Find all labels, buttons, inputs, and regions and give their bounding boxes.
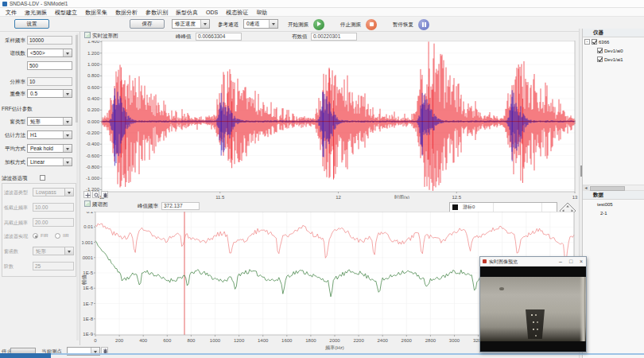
menu-bar: 文件激光测振模型建立数据采集数据分析参数识别振型仿真ODS模态验证帮助 (0, 8, 644, 17)
checkbox-checked-icon[interactable] (597, 56, 603, 62)
svg-text:3000: 3000 (449, 338, 460, 343)
svg-text:800: 800 (187, 338, 196, 343)
correction-speed-combo[interactable]: 修正速度 (172, 19, 210, 29)
low-cutoff-field[interactable]: 10.00 (33, 203, 74, 212)
application-window: SNDAS-LDV - SNModel1 文件激光测振模型建立数据采集数据分析参… (0, 0, 644, 358)
svg-text:-1.000: -1.000 (86, 176, 100, 181)
camera-maximize-button[interactable]: □ (566, 258, 576, 266)
svg-text:200: 200 (115, 338, 124, 343)
overlap-label: 重叠率 (0, 91, 25, 98)
waveform-plot-toolbar (83, 191, 108, 198)
svg-text:600: 600 (163, 338, 172, 343)
svg-text:1E-6: 1E-6 (83, 286, 93, 290)
save-button[interactable]: 保存 (130, 19, 165, 29)
cursor-color-swatch[interactable] (452, 204, 458, 210)
filter-order-field[interactable]: 25 (33, 262, 74, 270)
waveform-tab-icon (84, 32, 91, 38)
tab-spectrum[interactable]: 频谱图 (84, 200, 108, 209)
iir-radio-label: IIR (63, 233, 69, 238)
start-acquisition-button[interactable] (313, 19, 324, 30)
filter-impl-label: 滤波器实现 (4, 233, 33, 240)
cursor-name: 游标0 (460, 203, 494, 212)
resolution-label: 分辨率 (0, 79, 25, 86)
hand-tool-icon[interactable] (101, 191, 108, 198)
legend-spacer-2 (542, 203, 557, 212)
instrument-tree: -6366Dev1/ai0Dev1/ai1 (583, 37, 644, 64)
average-mode-combo[interactable]: Peak hold (27, 144, 72, 153)
ref-channel-combo[interactable]: 0通道 (243, 19, 278, 29)
pause-resume-button[interactable] (418, 19, 429, 30)
zoom-tool-icon[interactable] (92, 191, 99, 198)
app-icon (2, 2, 7, 6)
data-panel-header: 数据 (583, 191, 644, 200)
settings-button[interactable]: 设置 (14, 19, 49, 29)
camera-window-icon (483, 259, 487, 263)
svg-text:11.5: 11.5 (215, 195, 225, 199)
svg-text:频率(Hz): 频率(Hz) (324, 344, 343, 350)
svg-text:1.000: 1.000 (87, 62, 100, 67)
window-type-combo[interactable]: 矩形 (27, 117, 72, 126)
peak-peak-value: 0.00663304 (196, 33, 242, 41)
overlap-combo[interactable]: 0.5 (27, 89, 72, 98)
instrument-tree-scrollbar[interactable]: ◄ (583, 185, 644, 191)
splitter-grip[interactable] (580, 165, 582, 177)
resolution-field: 10 (27, 77, 72, 86)
data-tree: test0052-1 (583, 200, 644, 217)
filter-option-checkbox[interactable] (40, 175, 45, 181)
svg-text:2600: 2600 (402, 338, 413, 343)
camera-image (480, 277, 586, 341)
camera-close-button[interactable]: × (576, 258, 586, 266)
spectral-lines-label: 谱线数 (0, 50, 25, 57)
sampling-rate-field: 10000 (27, 36, 72, 45)
tree-node-device[interactable]: -6366 (583, 37, 644, 46)
waveform-plot[interactable]: 1.4001.2001.0000.8000.6000.4000.2000.000… (82, 41, 579, 199)
svg-text:12: 12 (336, 195, 341, 199)
fir-radio[interactable] (33, 233, 38, 239)
checkbox-checked-icon[interactable] (592, 39, 597, 45)
svg-text:1800: 1800 (305, 338, 316, 343)
start-acquisition-label: 开始测振 (288, 21, 308, 29)
scroll-left-arrow[interactable]: ◄ (583, 185, 589, 191)
weighting-combo[interactable]: Linear (27, 158, 72, 166)
scrollbar-thumb[interactable] (590, 186, 625, 191)
svg-text:2800: 2800 (425, 338, 436, 343)
svg-text:0.0001: 0.0001 (82, 255, 94, 260)
svg-text:0.400: 0.400 (87, 96, 100, 101)
tree-node-channel[interactable]: Dev1/ai1 (583, 55, 644, 64)
camera-minimize-button[interactable]: – (556, 258, 565, 266)
peak-frequency-label: 峰值频率 (138, 203, 158, 210)
stop-acquisition-button[interactable] (366, 19, 377, 30)
camera-video-frame (480, 267, 586, 352)
bottom-accent-bar (0, 353, 51, 358)
svg-text:-0.400: -0.400 (86, 142, 100, 146)
peak-frequency-value: 372.137 (161, 202, 200, 210)
iir-radio[interactable] (55, 233, 60, 239)
tree-node-channel[interactable]: Dev1/ai0 (583, 46, 644, 55)
left-panel-scrollbar[interactable] (76, 33, 79, 340)
spectral-lines-combo[interactable]: <500> (27, 49, 72, 57)
legend-spacer-1 (494, 203, 542, 212)
bottom-accent-line (51, 353, 644, 355)
expander-icon[interactable]: - (584, 39, 590, 45)
filter-type-combo[interactable]: Lowpass (33, 188, 74, 197)
data-tree-item[interactable]: 2-1 (583, 208, 644, 217)
pan-tool-icon[interactable] (83, 191, 91, 198)
filter-window-combo[interactable]: 矩形 (33, 247, 74, 255)
svg-text:2400: 2400 (378, 338, 389, 343)
estimate-method-combo[interactable]: H1 (27, 130, 72, 139)
window-type-label: 窗类型 (0, 119, 25, 126)
svg-text:-0.200: -0.200 (86, 130, 100, 135)
camera-preview-window[interactable]: 实时图像预览 – □ × (479, 256, 587, 352)
menu-item-ODS[interactable]: ODS (202, 9, 222, 16)
svg-text:2200: 2200 (353, 338, 364, 343)
data-tree-item[interactable]: test005 (583, 200, 644, 208)
spectrum-tab-icon (84, 200, 91, 207)
svg-text:1E-5: 1E-5 (83, 270, 93, 275)
svg-text:1.200: 1.200 (87, 51, 100, 56)
spectral-lines-input[interactable]: 500 (27, 61, 72, 70)
high-cutoff-field[interactable]: 20.00 (33, 218, 74, 227)
svg-text:1400: 1400 (258, 338, 269, 343)
checkbox-checked-icon[interactable] (597, 48, 603, 53)
camera-title-bar[interactable]: 实时图像预览 – □ × (480, 257, 586, 267)
tab-realtime-waveform[interactable]: 实时波形图 (84, 32, 118, 41)
